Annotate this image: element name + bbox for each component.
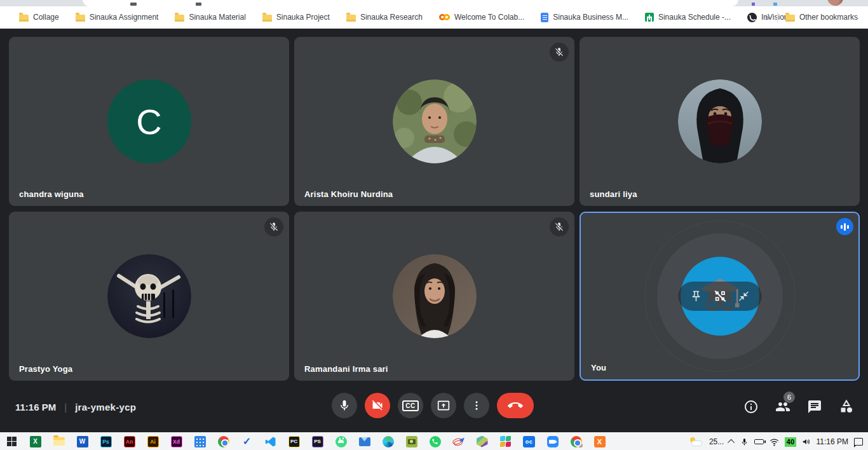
taskbar-camera-app[interactable] xyxy=(400,433,423,450)
taskbar-calendar-app[interactable] xyxy=(188,433,212,450)
folder-icon xyxy=(76,15,85,22)
bookmark-collage[interactable]: Collage xyxy=(19,13,59,22)
folder-icon xyxy=(785,15,795,22)
bookmarks-overflow-chevron[interactable]: » xyxy=(765,13,770,22)
leave-call-button[interactable] xyxy=(497,393,534,418)
tray-mic-icon[interactable] xyxy=(740,438,749,446)
bookmark-sinauka-project[interactable]: Sinauka Project xyxy=(262,13,330,22)
activities-shapes-icon xyxy=(839,399,854,414)
bookmark-label: Sinauka Material xyxy=(189,13,245,22)
meet-footer: 11:16 PM | jra-ymek-ycp CC xyxy=(0,381,868,432)
camera-off-button[interactable] xyxy=(365,393,390,418)
xampp-icon: X xyxy=(594,436,606,447)
bookmark-label: Sinauka Project xyxy=(276,13,330,22)
taskbar-adobe-xd[interactable]: Xd xyxy=(165,433,188,450)
taskbar-slack[interactable] xyxy=(494,433,517,450)
bookmark-sinauka-assignment[interactable]: Sinauka Assignment xyxy=(76,13,159,22)
show-participants-button[interactable]: 6 xyxy=(775,399,790,414)
taskbar-video-app[interactable] xyxy=(541,433,564,450)
extension-icon-partial[interactable] xyxy=(752,3,755,6)
taskbar-photoshop[interactable]: Ps xyxy=(94,433,118,450)
mic-off-icon xyxy=(554,47,564,57)
participant-name: Arista Khoiru Nurdina xyxy=(304,189,393,199)
footer-divider: | xyxy=(64,402,67,412)
taskbar-vscode[interactable] xyxy=(259,433,282,450)
taskbar-oc-app[interactable]: oc xyxy=(517,433,541,450)
info-icon xyxy=(743,399,759,414)
wifi-icon[interactable] xyxy=(770,438,779,446)
participant-tile-prastyo[interactable]: Prastyo Yoga xyxy=(9,212,289,381)
omnibox-text-fragment xyxy=(196,3,201,6)
avatar xyxy=(393,254,477,338)
weather-icon[interactable] xyxy=(689,437,703,447)
more-options-button[interactable] xyxy=(464,393,489,418)
bookmark-sinauka-schedule[interactable]: Sinauka Schedule -... xyxy=(645,13,731,22)
chat-icon xyxy=(807,399,822,414)
extension-icon-partial[interactable] xyxy=(773,3,777,6)
address-bar-partial[interactable] xyxy=(83,0,738,6)
action-center-icon[interactable] xyxy=(854,438,863,446)
chat-button[interactable] xyxy=(807,399,822,414)
other-bookmarks-button[interactable]: Other bookmarks xyxy=(785,13,858,22)
meeting-details-button[interactable] xyxy=(743,399,759,414)
pycharm-icon: PC xyxy=(288,436,300,447)
battery-percent-badge[interactable]: 40 xyxy=(785,437,796,447)
mic-button[interactable] xyxy=(332,393,357,418)
mail-envelope-icon xyxy=(359,437,370,446)
taskbar-phpstorm[interactable]: PS xyxy=(306,433,329,450)
mic-off-icon xyxy=(269,222,279,232)
taskbar-red-rings-app[interactable] xyxy=(447,433,470,450)
taskbar-xampp[interactable]: X xyxy=(588,433,611,450)
taskbar-todo-app[interactable]: ✓ xyxy=(235,433,259,450)
pin-icon[interactable] xyxy=(690,290,703,303)
bookmark-sinauka-business[interactable]: Sinauka Business M... xyxy=(541,13,628,22)
taskbar-excel[interactable]: X xyxy=(24,433,47,450)
taskbar-chrome-active[interactable] xyxy=(564,433,588,450)
taskbar-android-studio[interactable] xyxy=(329,433,353,450)
taskbar-animate[interactable]: An xyxy=(118,433,141,450)
calendar-grid-icon xyxy=(194,436,206,447)
bookmark-sinauka-material[interactable]: Sinauka Material xyxy=(175,13,245,22)
meeting-clock: 11:16 PM xyxy=(15,402,56,412)
taskbar-chrome[interactable] xyxy=(212,433,235,450)
taskbar-hexagon-app[interactable] xyxy=(470,433,494,450)
participant-tile-arista[interactable]: Arista Khoiru Nurdina xyxy=(294,37,574,206)
taskbar-mail[interactable] xyxy=(353,433,376,450)
colab-icon xyxy=(439,14,450,21)
volume-icon[interactable] xyxy=(802,437,811,446)
taskbar-pycharm[interactable]: PC xyxy=(282,433,306,450)
browser-profile-avatar[interactable] xyxy=(827,0,843,6)
photo-avatar xyxy=(393,254,477,338)
participant-tile-sundari[interactable]: sundari liya xyxy=(580,37,860,206)
bookmark-label: Welcome To Colab... xyxy=(454,13,524,22)
taskbar-clock[interactable]: 11:16 PM xyxy=(817,437,848,446)
present-button[interactable] xyxy=(431,393,456,418)
battery-icon[interactable] xyxy=(754,439,764,444)
participant-tile-chandra-wiguna[interactable]: C chandra wiguna xyxy=(9,37,289,206)
bookmarks-divider xyxy=(777,12,778,23)
captions-button[interactable]: CC xyxy=(398,393,423,418)
tray-overflow-chevron[interactable] xyxy=(728,439,735,446)
participant-tile-you[interactable]: You xyxy=(580,212,860,381)
docs-icon xyxy=(541,13,548,22)
taskbar-whatsapp[interactable] xyxy=(423,433,447,450)
taskbar-illustrator[interactable]: Ai xyxy=(141,433,165,450)
taskbar-word[interactable]: W xyxy=(71,433,94,450)
edge-icon xyxy=(383,436,394,447)
bookmark-welcome-to-colab[interactable]: Welcome To Colab... xyxy=(439,13,524,22)
call-controls: CC xyxy=(332,393,534,418)
meeting-details[interactable]: 11:16 PM | jra-ymek-ycp xyxy=(15,381,136,432)
taskbar-edge[interactable] xyxy=(376,433,400,450)
present-screen-icon xyxy=(437,399,450,412)
minimize-tile-icon[interactable] xyxy=(738,290,750,302)
file-explorer-icon xyxy=(53,437,65,446)
other-bookmarks-label: Other bookmarks xyxy=(799,13,858,22)
activities-button[interactable] xyxy=(839,399,854,414)
bookmark-sinauka-research[interactable]: Sinauka Research xyxy=(346,13,423,22)
oc-blue-icon: oc xyxy=(523,436,535,447)
participant-tile-ramandani[interactable]: Ramandani Irma sari xyxy=(294,212,574,381)
taskbar-file-explorer[interactable] xyxy=(47,433,71,450)
weather-temp[interactable]: 25... xyxy=(709,437,724,446)
start-button[interactable] xyxy=(0,433,24,450)
unpin-grid-icon[interactable] xyxy=(714,289,728,303)
